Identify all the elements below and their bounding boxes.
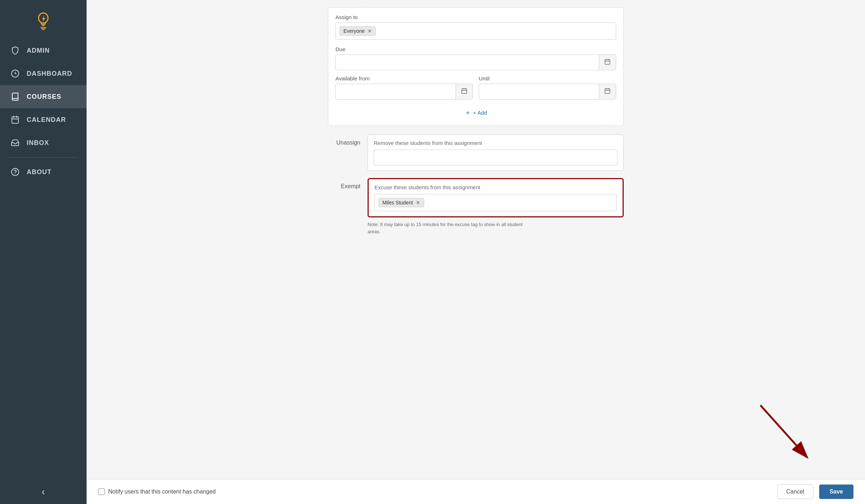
- due-date-field: [335, 54, 616, 70]
- exempt-section: Exempt Excuse these students from this a…: [328, 178, 624, 235]
- add-plus-icon: ＋: [465, 108, 471, 117]
- svg-line-29: [760, 405, 807, 457]
- until-field: Until: [479, 75, 616, 100]
- available-row: Available from: [335, 75, 616, 100]
- available-from-input-wrap: [335, 84, 473, 100]
- sidebar-item-admin[interactable]: ADMIN: [0, 39, 87, 62]
- cancel-button[interactable]: Cancel: [777, 485, 813, 499]
- calendar-btn-icon: [604, 58, 611, 65]
- exempt-content: Excuse these students from this assignme…: [368, 178, 624, 217]
- available-from-label: Available from: [335, 75, 473, 81]
- svg-rect-16: [605, 59, 610, 65]
- sidebar: ADMIN DASHBOARD COURSES: [0, 0, 87, 504]
- until-calendar-button[interactable]: [599, 84, 616, 99]
- until-label: Until: [479, 75, 616, 81]
- calendar-label: CALENDAR: [27, 116, 66, 124]
- sidebar-item-about[interactable]: ABOUT: [0, 160, 87, 184]
- miles-student-tag: Miles Student ✕: [378, 198, 424, 207]
- inbox-label: INBOX: [27, 139, 49, 147]
- svg-marker-3: [42, 15, 45, 23]
- due-calendar-button[interactable]: [599, 55, 616, 70]
- arrow-svg: [750, 402, 822, 467]
- sidebar-item-dashboard[interactable]: DASHBOARD: [0, 62, 87, 85]
- svg-rect-24: [605, 89, 610, 94]
- exempt-desc: Excuse these students from this assignme…: [374, 184, 617, 190]
- assign-to-section: Assign to Everyone ✕ Due: [328, 7, 624, 126]
- calendar-icon: [10, 115, 20, 125]
- exempt-label: Exempt: [328, 178, 360, 190]
- remove-everyone-tag-button[interactable]: ✕: [368, 28, 372, 34]
- until-input[interactable]: [479, 85, 599, 98]
- dashboard-label: DASHBOARD: [27, 70, 72, 78]
- unassign-content: Remove these students from this assignme…: [368, 134, 624, 171]
- notify-label: Notify users that this content has chang…: [108, 488, 216, 495]
- due-label: Due: [335, 46, 616, 52]
- shield-icon: [10, 45, 20, 56]
- miles-student-label: Miles Student: [382, 200, 413, 205]
- save-button[interactable]: Save: [819, 485, 853, 499]
- remove-miles-student-button[interactable]: ✕: [416, 200, 420, 205]
- everyone-tag-label: Everyone: [343, 28, 365, 34]
- about-label: ABOUT: [27, 168, 52, 176]
- courses-label: COURSES: [27, 93, 61, 101]
- book-icon: [10, 92, 20, 102]
- sidebar-back-button[interactable]: ‹: [0, 479, 87, 504]
- svg-line-9: [15, 74, 16, 74]
- due-date-input[interactable]: [336, 56, 599, 69]
- back-chevron-icon: ‹: [41, 486, 45, 498]
- bottom-bar: Notify users that this content has chang…: [87, 479, 865, 504]
- app-logo: [33, 10, 53, 30]
- main-content: Assign to Everyone ✕ Due: [87, 0, 865, 504]
- due-section: Due: [335, 46, 616, 70]
- assign-to-label: Assign to: [335, 14, 616, 20]
- sidebar-item-calendar[interactable]: CALENDAR: [0, 108, 87, 131]
- exempt-note: Note: It may take up to 15 minutes for t…: [368, 221, 526, 235]
- inbox-icon: [10, 138, 20, 148]
- logo-area: [0, 0, 87, 39]
- notify-checkbox[interactable]: [98, 488, 105, 495]
- available-from-cal-icon: [461, 88, 467, 94]
- logo-svg: [33, 10, 53, 30]
- add-label: + Add: [473, 110, 487, 116]
- assign-to-input[interactable]: Everyone ✕: [335, 22, 616, 40]
- exempt-input[interactable]: Miles Student ✕: [374, 194, 617, 211]
- available-from-field: Available from: [335, 75, 473, 100]
- admin-label: ADMIN: [27, 47, 50, 54]
- unassign-desc: Remove these students from this assignme…: [374, 140, 618, 146]
- help-icon: [10, 167, 20, 177]
- dashboard-icon: [10, 68, 20, 79]
- sidebar-navigation: ADMIN DASHBOARD COURSES: [0, 39, 87, 504]
- sidebar-item-courses[interactable]: COURSES: [0, 85, 87, 108]
- unassign-label: Unassign: [328, 134, 360, 146]
- available-from-input[interactable]: [336, 85, 456, 98]
- available-from-calendar-button[interactable]: [456, 84, 473, 99]
- everyone-tag: Everyone ✕: [339, 26, 376, 36]
- until-input-wrap: [479, 84, 616, 100]
- svg-rect-10: [12, 117, 18, 123]
- unassign-input[interactable]: [374, 150, 618, 165]
- add-button[interactable]: ＋ + Add: [335, 105, 616, 118]
- unassign-section: Unassign Remove these students from this…: [328, 134, 624, 171]
- sidebar-divider: [9, 157, 78, 158]
- form-area: Assign to Everyone ✕ Due: [313, 0, 638, 257]
- until-cal-icon: [604, 88, 611, 94]
- notify-checkbox-label[interactable]: Notify users that this content has chang…: [98, 488, 772, 495]
- sidebar-item-inbox[interactable]: INBOX: [0, 131, 87, 154]
- arrow-annotation: [750, 402, 822, 468]
- svg-rect-20: [462, 89, 467, 94]
